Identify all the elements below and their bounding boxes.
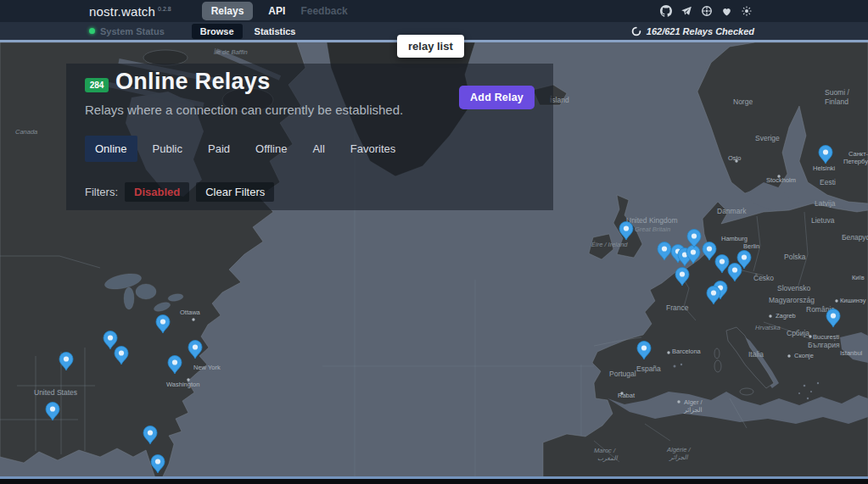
map-label: Berlin bbox=[743, 242, 759, 250]
map-label: Canada bbox=[15, 128, 37, 136]
sardinia bbox=[714, 360, 721, 372]
relay-tabs: Online Public Paid Offline All Favorites bbox=[85, 136, 406, 162]
status-green-dot bbox=[89, 28, 95, 34]
map-label: Скопје bbox=[794, 352, 814, 359]
map-label: Danmark bbox=[717, 207, 747, 215]
map-label: Finland bbox=[825, 97, 848, 106]
sicily bbox=[740, 388, 753, 395]
map-label: Washington bbox=[166, 381, 199, 388]
balearic-isle bbox=[674, 365, 676, 368]
aegean-isle bbox=[807, 398, 809, 399]
map-label: București bbox=[813, 333, 840, 341]
map-label: Hamburg bbox=[721, 235, 748, 242]
map-label: Éire / Ireland bbox=[591, 241, 628, 248]
relay-panel: 284 Online Relays Relays where a connect… bbox=[66, 64, 553, 210]
tab-all[interactable]: All bbox=[302, 136, 334, 162]
balearic-isle bbox=[680, 364, 682, 365]
map-label: Polska bbox=[784, 253, 806, 261]
statistics-link[interactable]: Statistics bbox=[255, 26, 296, 36]
header-icons bbox=[660, 5, 753, 17]
logo-text: nostr.watch bbox=[89, 4, 155, 19]
aegean-isle bbox=[817, 382, 819, 384]
map-label: España bbox=[636, 364, 661, 373]
map-label: Беларусь bbox=[842, 233, 868, 242]
map-label: Slovensko bbox=[777, 284, 810, 292]
theme-sun-icon[interactable] bbox=[741, 5, 753, 17]
map-label: Latvija bbox=[815, 199, 836, 208]
filters-row: Filters: Disabled Clear Filters bbox=[85, 182, 274, 202]
map-label: Suomi / bbox=[825, 88, 849, 97]
clear-filters-button[interactable]: Clear Filters bbox=[196, 182, 274, 202]
version-label: 0.2.8 bbox=[158, 6, 171, 12]
map-label: Île de Baffin bbox=[214, 48, 248, 56]
map-label: България bbox=[808, 341, 840, 349]
map-label: United States bbox=[34, 388, 77, 397]
map-label: Србија bbox=[787, 329, 809, 337]
tab-public[interactable]: Public bbox=[143, 136, 193, 162]
heart-icon[interactable] bbox=[721, 6, 732, 17]
top-nav: nostr.watch 0.2.8 Relays API Feedback bbox=[0, 0, 868, 22]
tab-favorites[interactable]: Favorites bbox=[340, 136, 406, 162]
map-label: Кишинэу bbox=[840, 297, 866, 304]
spinner-icon bbox=[631, 26, 641, 36]
map-label: الجزائر bbox=[683, 406, 703, 414]
tab-paid[interactable]: Paid bbox=[198, 136, 240, 162]
nav-feedback[interactable]: Feedback bbox=[300, 5, 347, 17]
map-label: Maroc / bbox=[594, 447, 616, 454]
corsica bbox=[714, 348, 720, 359]
logo[interactable]: nostr.watch 0.2.8 bbox=[89, 4, 171, 19]
map-label: Istanbul bbox=[840, 349, 863, 357]
map-label: Barcelona bbox=[672, 348, 702, 355]
map-label: Lietuva bbox=[811, 216, 835, 225]
add-relay-button[interactable]: Add Relay bbox=[459, 86, 535, 109]
aegean-isle bbox=[804, 385, 806, 387]
map-label: Rabat bbox=[618, 392, 636, 399]
tab-offline[interactable]: Offline bbox=[245, 136, 297, 162]
map-label: Algérie / bbox=[666, 446, 691, 453]
filters-status-chip: Disabled bbox=[125, 182, 189, 202]
map-label: الجزائر bbox=[669, 453, 689, 461]
city-dot bbox=[769, 314, 771, 317]
map-label: Київ bbox=[852, 274, 865, 281]
map-label: Great Britain bbox=[635, 225, 670, 233]
nav-relays[interactable]: Relays bbox=[202, 2, 254, 20]
github-icon[interactable] bbox=[660, 5, 672, 17]
map-label: Norge bbox=[733, 97, 753, 106]
lake-huron bbox=[136, 284, 156, 299]
map-label: Italia bbox=[748, 350, 764, 359]
telegram-icon[interactable] bbox=[680, 5, 692, 17]
status-label: System Status bbox=[100, 26, 165, 36]
city-dot bbox=[187, 378, 189, 381]
map-label: Helsinki bbox=[813, 164, 836, 172]
map-label: Portugal bbox=[609, 370, 636, 378]
nav-api[interactable]: API bbox=[268, 5, 285, 17]
city-dot bbox=[835, 299, 837, 302]
relay-count-badge: 284 bbox=[85, 78, 109, 92]
city-dot bbox=[735, 159, 737, 162]
map-label: Magyarország bbox=[769, 296, 815, 304]
map-label: Alger / bbox=[684, 398, 703, 406]
lake-michigan bbox=[124, 287, 134, 309]
wheel-icon[interactable] bbox=[701, 5, 713, 17]
browse-button[interactable]: Browse bbox=[192, 24, 243, 39]
map-label: Санкт- bbox=[848, 150, 868, 158]
panel-subtitle: Relays where a connection can currently … bbox=[85, 103, 403, 117]
city-dot bbox=[677, 400, 680, 403]
city-dot bbox=[667, 351, 669, 353]
city-dot bbox=[777, 175, 780, 177]
filters-label: Filters: bbox=[85, 186, 118, 198]
map-label: Петербург bbox=[843, 158, 868, 165]
map-label: Eesti bbox=[820, 178, 836, 186]
map-label: Ottawa bbox=[180, 309, 201, 316]
relay-list-tooltip[interactable]: relay list bbox=[397, 35, 464, 58]
aegean-isle bbox=[810, 391, 812, 392]
map-label: Stockholm bbox=[766, 176, 796, 184]
city-dot bbox=[787, 354, 790, 357]
tab-online[interactable]: Online bbox=[85, 136, 137, 162]
page-title: Online Relays bbox=[115, 69, 270, 95]
app: Île de BaffinCanadaÍslandUnited StatesOt… bbox=[0, 0, 868, 484]
map-label: Hrvatska bbox=[755, 324, 781, 331]
system-status[interactable]: System Status bbox=[89, 26, 165, 36]
relays-checked: 162/621 Relays Checked bbox=[631, 26, 754, 36]
bottom-bar bbox=[0, 479, 868, 484]
